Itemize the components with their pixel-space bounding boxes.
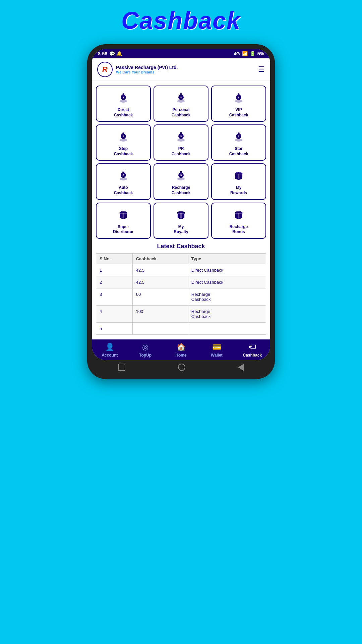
tile-personal-cashback[interactable]: $ PersonalCashback [154, 86, 208, 122]
tile-label-my-rewards: MyRewards [230, 185, 247, 196]
tile-label-my-royalty: MyRoyalty [174, 224, 188, 235]
cell-sno-1: 2 [96, 276, 133, 288]
tile-label-super-distributor: SuperDistributor [113, 224, 133, 235]
circle-up-icon: ◎ [142, 343, 148, 352]
cell-sno-4: 5 [96, 322, 133, 334]
tile-my-royalty[interactable]: MyRoyalty [154, 203, 208, 239]
tile-super-distributor[interactable]: SuperDistributor [96, 203, 151, 239]
svg-rect-48 [235, 213, 243, 213]
nav-item-home[interactable]: 🏠Home [163, 343, 199, 358]
svg-point-51 [238, 211, 240, 213]
tag-icon: 🏷 [249, 343, 256, 352]
svg-point-21 [177, 177, 185, 180]
cell-sno-3: 4 [96, 305, 133, 322]
home-icon: 🏠 [177, 343, 186, 352]
svg-text:$: $ [123, 135, 124, 138]
back-button[interactable] [238, 364, 244, 371]
gift-icon [233, 169, 245, 183]
battery-icon: 🔋 [250, 51, 255, 56]
money-bag-icon: $ [175, 91, 187, 105]
tile-auto-cashback[interactable]: $ AutoCashback [96, 163, 151, 200]
tile-recharge-cashback[interactable]: $ RechargeCashback [154, 163, 208, 200]
money-bag-icon: $ [233, 91, 245, 105]
nav-item-cashback[interactable]: 🏷Cashback [235, 343, 270, 358]
tile-recharge-bonus[interactable]: RechargeBonus [211, 203, 266, 239]
tiles-grid: $ DirectCashback $ PersonalCashback $ VI… [96, 86, 266, 239]
nav-label-home: Home [175, 353, 186, 358]
notch [155, 52, 201, 55]
battery-level: 5% [257, 51, 264, 56]
svg-text:$: $ [180, 174, 182, 177]
svg-point-3 [177, 100, 185, 103]
money-bag-icon: $ [175, 169, 187, 183]
tagline: We Care Your Dreams [116, 70, 178, 74]
table-title: Latest Cashback [96, 243, 266, 250]
svg-point-9 [120, 139, 127, 142]
gift-icon [175, 208, 187, 222]
table-row: 142.5Direct Cashback [96, 264, 266, 276]
nav-label-topup: TopUp [139, 353, 152, 358]
nav-label-wallet: Wallet [211, 353, 223, 358]
nav-label-account: Account [102, 353, 118, 358]
svg-rect-27 [235, 174, 243, 174]
hamburger-menu[interactable]: ☰ [258, 65, 265, 74]
bottom-nav: 👤Account◎TopUp🏠Home💳Wallet🏷Cashback [92, 339, 270, 360]
header-logo: R Passive Recharge (Pvt) Ltd. We Care Yo… [97, 62, 178, 77]
svg-point-0 [120, 100, 127, 103]
svg-point-37 [123, 211, 124, 213]
gift-icon [117, 208, 129, 222]
money-bag-icon: $ [175, 130, 187, 144]
svg-text:$: $ [238, 135, 240, 138]
status-icons: 💬 🔔 [109, 51, 122, 56]
table-row: 360RechargeCashback [96, 288, 266, 305]
svg-text:$: $ [180, 135, 182, 138]
tile-step-cashback[interactable]: $ StepCashback [96, 124, 151, 161]
wallet-icon: 💳 [212, 343, 221, 352]
tile-my-rewards[interactable]: MyRewards [211, 163, 266, 200]
cell-cashback-0: 42.5 [132, 264, 188, 276]
tile-label-auto-cashback: AutoCashback [114, 185, 133, 196]
cell-cashback-2: 60 [132, 288, 188, 305]
cashback-table: S No. Cashback Type 142.5Direct Cashback… [96, 253, 266, 335]
nav-item-topup[interactable]: ◎TopUp [127, 343, 163, 358]
svg-text:$: $ [180, 96, 182, 99]
tile-vip-cashback[interactable]: $ VIPCashback [211, 86, 266, 122]
cell-cashback-4 [132, 322, 188, 334]
header-text: Passive Recharge (Pvt) Ltd. We Care Your… [116, 65, 178, 74]
svg-point-30 [238, 172, 240, 174]
tile-label-direct-cashback: DirectCashback [114, 107, 133, 118]
phone-buttons [92, 360, 270, 374]
svg-text:$: $ [123, 96, 124, 99]
tile-star-cashback[interactable]: $ StarCashback [211, 124, 266, 161]
status-bar: 8:56 💬 🔔 4G 📶 🔋 5% [92, 49, 270, 58]
cell-sno-2: 3 [96, 288, 133, 305]
cell-type-0: Direct Cashback [188, 264, 266, 276]
tile-direct-cashback[interactable]: $ DirectCashback [96, 86, 151, 122]
table-row: 4100RechargeCashback [96, 305, 266, 322]
person-icon: 👤 [105, 343, 114, 352]
nav-item-wallet[interactable]: 💳Wallet [199, 343, 234, 358]
app-header: R Passive Recharge (Pvt) Ltd. We Care Yo… [92, 58, 270, 81]
table-row: 242.5Direct Cashback [96, 276, 266, 288]
tile-pr-cashback[interactable]: $ PRCashback [154, 124, 208, 161]
tile-label-personal-cashback: PersonalCashback [172, 107, 191, 118]
svg-point-12 [177, 139, 185, 142]
money-bag-icon: $ [117, 169, 129, 183]
table-header-row: S No. Cashback Type [96, 253, 266, 264]
svg-text:$: $ [123, 174, 124, 177]
cell-type-1: Direct Cashback [188, 276, 266, 288]
svg-rect-34 [120, 213, 127, 213]
cell-type-2: RechargeCashback [188, 288, 266, 305]
svg-point-6 [235, 100, 243, 103]
col-cashback: Cashback [132, 253, 188, 264]
page-background-title: Cashback [121, 7, 241, 34]
table-section: Latest Cashback S No. Cashback Type 142.… [96, 243, 266, 335]
home-button[interactable] [178, 364, 185, 371]
cell-cashback-1: 42.5 [132, 276, 188, 288]
svg-text:$: $ [238, 96, 240, 99]
cell-type-3: RechargeCashback [188, 305, 266, 322]
nav-item-account[interactable]: 👤Account [92, 343, 127, 358]
tile-label-step-cashback: StepCashback [114, 146, 133, 157]
status-right: 4G 📶 🔋 5% [234, 51, 264, 56]
recent-apps-button[interactable] [118, 364, 125, 371]
